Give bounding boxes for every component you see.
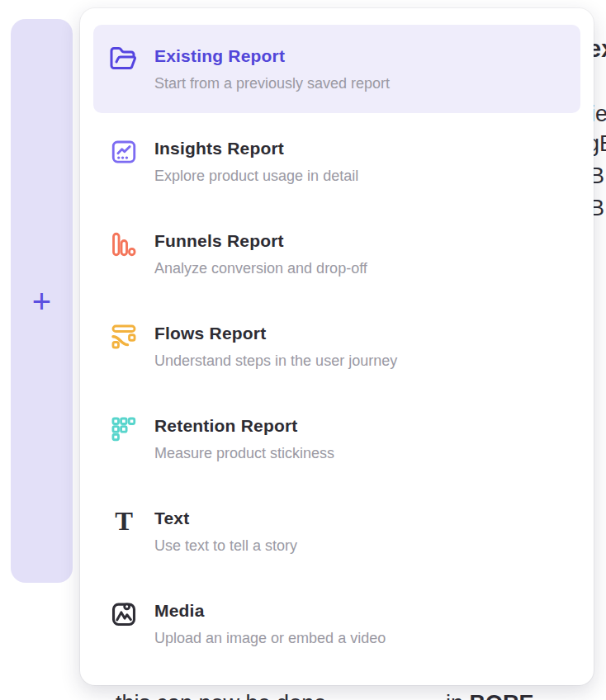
funnel-bars-icon [108,229,140,260]
menu-item-description: Use text to tell a story [154,537,297,555]
add-report-menu: Existing Report Start from a previously … [80,8,594,685]
menu-item-description: Measure product stickiness [154,444,334,462]
background-text-fragment: in [446,691,470,700]
line-chart-icon [108,136,140,168]
menu-item-existing-report[interactable]: Existing Report Start from a previously … [93,25,580,113]
menu-item-insights-report[interactable]: Insights Report Explore product usage in… [93,117,580,206]
menu-item-media[interactable]: Media Upload an image or embed a video [93,579,580,668]
menu-item-title: Insights Report [154,138,358,159]
folder-open-icon [108,44,140,75]
text-icon: T [108,506,140,537]
collapsed-section-rail: + [11,19,73,583]
menu-item-text[interactable]: T Text Use text to tell a story [93,487,580,575]
menu-item-title: Text [154,508,297,529]
menu-item-description: Start from a previously saved report [154,74,390,92]
menu-item-title: Existing Report [154,45,390,67]
background-text-fragment: in BORE [446,690,534,700]
menu-item-flows-report[interactable]: Flows Report Understand steps in the use… [93,302,580,390]
menu-item-title: Media [154,600,386,622]
menu-item-funnels-report[interactable]: Funnels Report Analyze conversion and dr… [93,210,580,298]
menu-item-title: Funnels Report [154,230,367,252]
background-text-fragment: this can now be done [116,690,326,700]
menu-item-retention-report[interactable]: Retention Report Measure product stickin… [93,395,580,483]
board-background: ex ie gB B B this can now be done in BOR… [0,0,606,700]
menu-item-description: Explore product usage in detail [154,167,358,185]
menu-item-description: Analyze conversion and drop-off [154,259,367,277]
flow-sankey-icon [108,321,140,352]
menu-item-description: Understand steps in the user journey [154,352,397,370]
background-text-fragment: BORE [470,691,534,700]
menu-item-title: Flows Report [154,323,397,344]
menu-item-description: Upload an image or embed a video [154,629,386,647]
menu-item-title: Retention Report [154,415,334,437]
add-button[interactable]: + [32,285,51,318]
retention-grid-icon [108,414,140,445]
svg-text:T: T [115,508,133,536]
image-icon [108,598,140,630]
